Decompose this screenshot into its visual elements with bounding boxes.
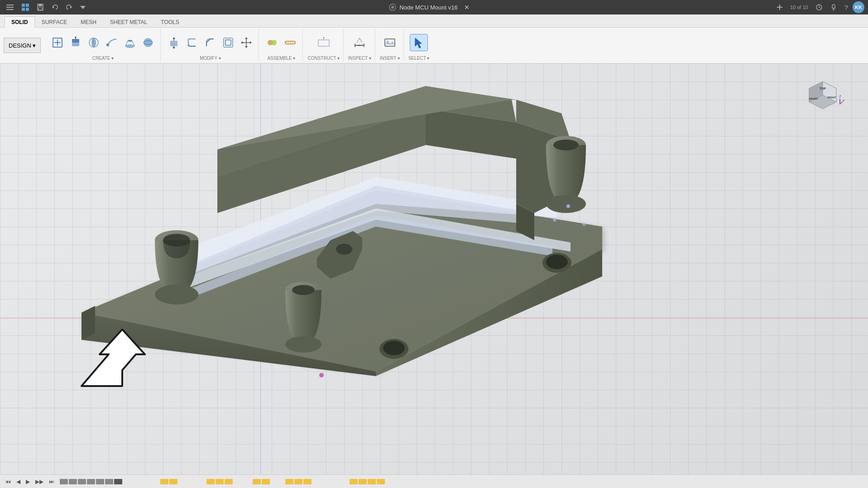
svg-point-94 [546, 255, 568, 269]
sweep-button[interactable] [103, 34, 120, 51]
timeline-play-button[interactable]: ▶ [24, 478, 32, 486]
svg-marker-63 [415, 38, 422, 48]
svg-point-33 [128, 40, 132, 42]
extrude-button[interactable] [67, 34, 84, 51]
timeline-end-button[interactable]: ⏭ [47, 478, 56, 486]
status-bar: ⏮ ◀ ▶ ▶▶ ⏭ [0, 474, 868, 488]
svg-point-84 [292, 285, 315, 295]
shell-button[interactable] [220, 34, 237, 51]
modify-label: MODIFY ▾ [200, 56, 221, 62]
timeline-prev-button[interactable]: ◀ [14, 478, 22, 486]
title-file-icon [388, 3, 397, 11]
redo-button[interactable] [63, 3, 75, 12]
help-icon[interactable]: ? [842, 2, 851, 13]
svg-point-32 [125, 44, 134, 48]
user-avatar[interactable]: KK [853, 1, 864, 13]
svg-marker-48 [245, 46, 248, 48]
timeline-mark-yellow [294, 479, 302, 484]
svg-point-90 [336, 244, 352, 255]
timeline-mark-yellow [368, 479, 376, 484]
tab-mesh[interactable]: MESH [74, 16, 103, 28]
select-tool-button[interactable] [410, 34, 428, 51]
pushpull-button[interactable] [165, 34, 182, 51]
insert-image-button[interactable] [381, 34, 398, 51]
timeline-mark-yellow [253, 479, 261, 484]
svg-rect-2 [6, 9, 14, 10]
timeline-mark-yellow [225, 479, 233, 484]
loft-button[interactable] [121, 34, 139, 51]
svg-point-98 [319, 373, 324, 377]
more-button[interactable] [78, 3, 88, 12]
save-button[interactable] [34, 3, 46, 12]
svg-text:FRONT: FRONT [809, 97, 819, 100]
timeline-area[interactable] [60, 479, 863, 484]
timeline-mark [105, 479, 113, 484]
timeline-next-button[interactable]: ▶▶ [34, 478, 45, 486]
timeline-mark-yellow [262, 479, 270, 484]
svg-point-87 [553, 140, 579, 150]
svg-rect-31 [106, 43, 109, 46]
construct-group: CONSTRUCT ▾ [304, 29, 343, 62]
revolve-button[interactable] [85, 34, 102, 51]
svg-rect-43 [224, 38, 233, 47]
construct-plane-button[interactable] [315, 34, 332, 51]
svg-point-14 [391, 6, 394, 9]
assemble-joint-button[interactable] [264, 34, 281, 51]
inspect-label: INSPECT ▾ [348, 56, 371, 62]
svg-point-92 [383, 341, 405, 355]
timeline-mark [87, 479, 95, 484]
timeline-mark-yellow [303, 479, 312, 484]
tab-tools[interactable]: TOOLS [154, 16, 186, 28]
tab-solid[interactable]: SOLID [5, 16, 35, 28]
svg-rect-4 [26, 4, 29, 7]
insert-icons [381, 29, 398, 56]
construct-label: CONSTRUCT ▾ [307, 56, 339, 62]
svg-marker-28 [75, 36, 77, 38]
create-icons [49, 29, 157, 56]
svg-rect-25 [72, 43, 79, 46]
timeline-mark [96, 479, 104, 484]
chamfer-button[interactable] [201, 34, 219, 51]
svg-rect-1 [6, 7, 14, 8]
title-center: Node MCU Mount v16 ✕ [388, 2, 473, 12]
svg-text:Z: Z [839, 94, 841, 98]
modify-icons [165, 29, 255, 56]
svg-rect-44 [225, 40, 231, 45]
timeline-mark-yellow [359, 479, 367, 484]
close-tab-button[interactable]: ✕ [460, 2, 473, 12]
svg-line-19 [819, 7, 820, 8]
timeline-mark-yellow [169, 479, 177, 484]
design-dropdown[interactable]: DESIGN ▾ [4, 38, 41, 53]
svg-text:TOP: TOP [820, 87, 826, 90]
add-tab-button[interactable] [774, 3, 786, 12]
fillet-button[interactable] [183, 34, 201, 51]
view-cube[interactable]: TOP FRONT RIGHT X Z [800, 72, 841, 113]
timeline-mark-yellow [160, 479, 168, 484]
move-button[interactable] [238, 34, 255, 51]
svg-point-52 [271, 40, 277, 45]
svg-marker-50 [250, 41, 252, 44]
app-menu-button[interactable] [4, 2, 16, 12]
document-title: Node MCU Mount v16 [399, 4, 458, 11]
svg-point-30 [91, 38, 96, 47]
svg-rect-55 [318, 40, 329, 46]
svg-rect-8 [38, 4, 42, 6]
svg-point-83 [285, 336, 321, 353]
timeline-start-button[interactable]: ⏮ [4, 478, 13, 486]
undo-button[interactable] [49, 3, 61, 12]
svg-marker-49 [241, 41, 243, 44]
svg-point-95 [566, 204, 570, 208]
insert-group: INSERT ▾ [376, 29, 404, 62]
svg-rect-9 [38, 8, 42, 10]
app-icon-button[interactable] [19, 2, 32, 12]
notification-icon[interactable] [827, 2, 840, 12]
tab-sheet-metal[interactable]: SHEET METAL [103, 16, 154, 28]
assemble-label: ASSEMBLE ▾ [268, 56, 296, 62]
assemble-link-button[interactable] [282, 34, 299, 51]
viewport[interactable]: TOP FRONT RIGHT X Z [0, 63, 868, 474]
tab-surface[interactable]: SURFACE [35, 16, 74, 28]
sphere-button[interactable] [139, 34, 157, 51]
measure-button[interactable] [351, 34, 368, 51]
new-sketch-button[interactable] [49, 34, 66, 51]
svg-point-97 [582, 222, 586, 226]
